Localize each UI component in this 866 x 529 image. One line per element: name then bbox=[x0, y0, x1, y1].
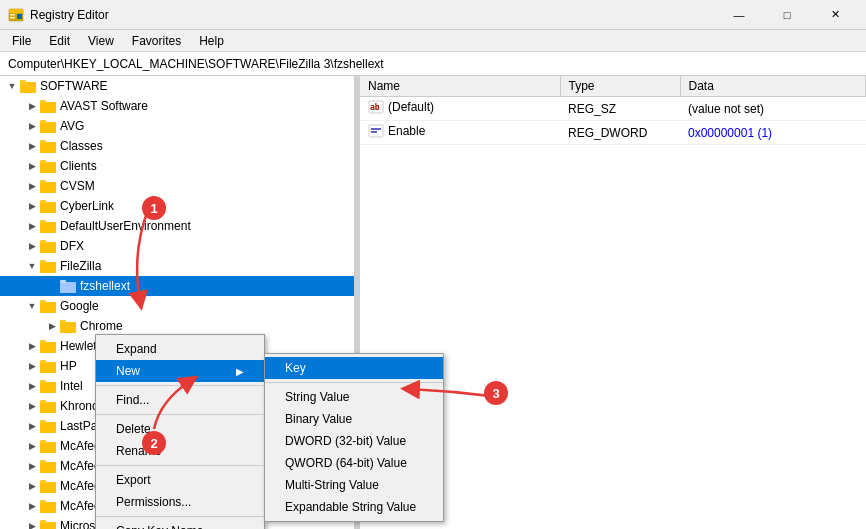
expand-icon: ▶ bbox=[44, 318, 60, 334]
menu-favorites[interactable]: Favorites bbox=[124, 32, 189, 50]
submenu: Key String Value Binary Value DWORD (32-… bbox=[264, 353, 444, 522]
folder-icon bbox=[40, 139, 56, 153]
svg-rect-38 bbox=[40, 402, 56, 413]
close-button[interactable]: ✕ bbox=[812, 0, 858, 30]
ctx-find[interactable]: Find... bbox=[96, 389, 264, 411]
svg-rect-11 bbox=[40, 120, 46, 123]
svg-rect-1 bbox=[9, 9, 23, 13]
maximize-button[interactable]: □ bbox=[764, 0, 810, 30]
sub-multi-string[interactable]: Multi-String Value bbox=[265, 474, 443, 496]
folder-icon bbox=[40, 359, 56, 373]
sub-key[interactable]: Key bbox=[265, 357, 443, 379]
sub-qword-value[interactable]: QWORD (64-bit) Value bbox=[265, 452, 443, 474]
tree-item-cyberlink[interactable]: ▶ CyberLink bbox=[0, 196, 354, 216]
ctx-expand[interactable]: Expand bbox=[96, 338, 264, 360]
reg-type: REG_SZ bbox=[560, 97, 680, 121]
table-row[interactable]: Enable REG_DWORD 0x00000001 (1) bbox=[360, 121, 866, 145]
svg-rect-31 bbox=[60, 320, 66, 323]
folder-icon bbox=[60, 319, 76, 333]
svg-rect-21 bbox=[40, 220, 46, 223]
title-left: Registry Editor bbox=[8, 7, 109, 23]
ctx-separator-4 bbox=[96, 516, 264, 517]
sub-expandable-string[interactable]: Expandable String Value bbox=[265, 496, 443, 518]
tree-label: HP bbox=[60, 359, 77, 373]
menu-help[interactable]: Help bbox=[191, 32, 232, 50]
submenu-arrow: ▶ bbox=[236, 366, 244, 377]
reg-dword-icon bbox=[368, 123, 384, 139]
menu-file[interactable]: File bbox=[4, 32, 39, 50]
tree-item-avast[interactable]: ▶ AVAST Software bbox=[0, 96, 354, 116]
reg-sz-icon: ab bbox=[368, 99, 384, 115]
folder-icon bbox=[40, 199, 56, 213]
sub-binary-value[interactable]: Binary Value bbox=[265, 408, 443, 430]
svg-rect-10 bbox=[40, 122, 56, 133]
folder-icon bbox=[40, 459, 56, 473]
tree-item-defaultenv[interactable]: ▶ DefaultUserEnvironment bbox=[0, 216, 354, 236]
tree-item-google[interactable]: ▼ Google bbox=[0, 296, 354, 316]
svg-rect-2 bbox=[10, 14, 15, 16]
tree-label: CVSM bbox=[60, 179, 95, 193]
ctx-separator-2 bbox=[96, 414, 264, 415]
expand-icon: ▶ bbox=[24, 378, 40, 394]
folder-icon bbox=[40, 519, 56, 529]
table-row[interactable]: ab (Default) REG_SZ (value not set) bbox=[360, 97, 866, 121]
tree-item-dfx[interactable]: ▶ DFX bbox=[0, 236, 354, 256]
svg-rect-22 bbox=[40, 242, 56, 253]
svg-rect-17 bbox=[40, 180, 46, 183]
tree-item-filezilla[interactable]: ▼ FileZilla bbox=[0, 256, 354, 276]
svg-rect-16 bbox=[40, 182, 56, 193]
tree-item-software[interactable]: ▼ SOFTWARE bbox=[0, 76, 354, 96]
tree-label: Chrome bbox=[80, 319, 123, 333]
folder-icon bbox=[40, 479, 56, 493]
menu-edit[interactable]: Edit bbox=[41, 32, 78, 50]
address-text: Computer\HKEY_LOCAL_MACHINE\SOFTWARE\Fil… bbox=[8, 57, 384, 71]
svg-rect-34 bbox=[40, 362, 56, 373]
registry-table: Name Type Data ab (Default) bbox=[360, 76, 866, 145]
reg-type: REG_DWORD bbox=[560, 121, 680, 145]
svg-rect-49 bbox=[40, 500, 46, 503]
tree-label: fzshellext bbox=[80, 279, 130, 293]
ctx-new[interactable]: New ▶ bbox=[96, 360, 264, 382]
sub-string-value[interactable]: String Value bbox=[265, 386, 443, 408]
svg-rect-37 bbox=[40, 380, 46, 383]
ctx-export[interactable]: Export bbox=[96, 469, 264, 491]
expand-icon: ▼ bbox=[4, 78, 20, 94]
tree-item-chrome[interactable]: ▶ Chrome bbox=[0, 316, 354, 336]
folder-icon bbox=[40, 119, 56, 133]
expand-icon: ▶ bbox=[24, 458, 40, 474]
tree-item-fzshellext[interactable]: fzshellext bbox=[0, 276, 354, 296]
svg-rect-51 bbox=[40, 520, 46, 523]
svg-rect-36 bbox=[40, 382, 56, 393]
tree-label: AVAST Software bbox=[60, 99, 148, 113]
svg-rect-27 bbox=[60, 280, 66, 283]
reg-data: 0x00000001 (1) bbox=[680, 121, 866, 145]
expand-icon: ▶ bbox=[24, 418, 40, 434]
minimize-button[interactable]: — bbox=[716, 0, 762, 30]
step-2-marker: 2 bbox=[142, 431, 166, 455]
sub-dword-value[interactable]: DWORD (32-bit) Value bbox=[265, 430, 443, 452]
sub-separator-1 bbox=[265, 382, 443, 383]
ctx-permissions[interactable]: Permissions... bbox=[96, 491, 264, 513]
folder-icon bbox=[60, 279, 76, 293]
tree-item-classes[interactable]: ▶ Classes bbox=[0, 136, 354, 156]
svg-rect-18 bbox=[40, 202, 56, 213]
tree-item-avg[interactable]: ▶ AVG bbox=[0, 116, 354, 136]
svg-rect-44 bbox=[40, 462, 56, 473]
ctx-delete[interactable]: Delete bbox=[96, 418, 264, 440]
expand-icon: ▶ bbox=[24, 218, 40, 234]
folder-icon bbox=[40, 379, 56, 393]
expand-icon: ▶ bbox=[24, 158, 40, 174]
ctx-permissions-label: Permissions... bbox=[116, 495, 191, 509]
expand-icon: ▶ bbox=[24, 138, 40, 154]
expand-icon: ▶ bbox=[24, 198, 40, 214]
ctx-rename[interactable]: Rename bbox=[96, 440, 264, 462]
svg-rect-60 bbox=[371, 131, 377, 133]
tree-item-cvsm[interactable]: ▶ CVSM bbox=[0, 176, 354, 196]
tree-item-clients[interactable]: ▶ Clients bbox=[0, 156, 354, 176]
tree-label: Google bbox=[60, 299, 99, 313]
window-title: Registry Editor bbox=[30, 8, 109, 22]
svg-rect-30 bbox=[60, 322, 76, 333]
ctx-copy-key[interactable]: Copy Key Name bbox=[96, 520, 264, 529]
expand-icon: ▶ bbox=[24, 398, 40, 414]
menu-view[interactable]: View bbox=[80, 32, 122, 50]
